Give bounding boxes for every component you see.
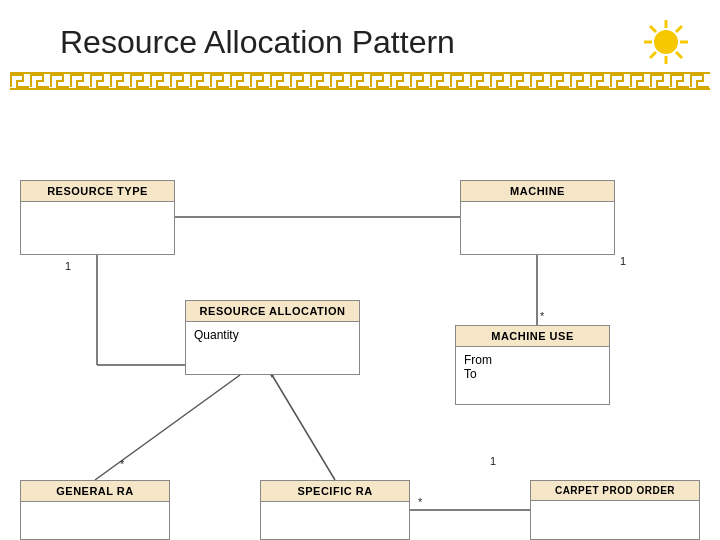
connector-svg [0,100,720,520]
specific-ra-body [261,502,409,539]
box-carpet-prod-order: CARPET PROD ORDER [530,480,700,540]
diagram: 1 1 * 1 * * RESOURCE TYPE MACHINE RESOUR… [0,100,720,520]
svg-line-16 [95,375,240,480]
label-star-specific: * [418,496,422,508]
label-star-machine-use: * [540,310,544,322]
resource-allocation-header: RESOURCE ALLOCATION [186,301,359,322]
svg-rect-10 [10,74,710,88]
machine-header: MACHINE [461,181,614,202]
svg-line-8 [650,52,656,58]
carpet-prod-header: CARPET PROD ORDER [531,481,699,501]
greek-border [10,72,710,90]
box-machine: MACHINE [460,180,615,255]
general-ra-header: GENERAL RA [21,481,169,502]
svg-point-0 [654,30,678,54]
svg-line-5 [650,26,656,32]
label-star-general: * [120,458,124,470]
svg-line-6 [676,52,682,58]
box-specific-ra: SPECIFIC RA [260,480,410,540]
machine-body [461,202,614,254]
page-title: Resource Allocation Pattern [60,24,455,61]
machine-use-header: MACHINE USE [456,326,609,347]
svg-line-17 [272,375,335,480]
label-one-left: 1 [65,260,71,272]
resource-type-body [21,202,174,254]
resource-type-header: RESOURCE TYPE [21,181,174,202]
box-resource-allocation: RESOURCE ALLOCATION Quantity [185,300,360,375]
svg-line-7 [676,26,682,32]
label-one-right: 1 [620,255,626,267]
specific-ra-header: SPECIFIC RA [261,481,409,502]
carpet-prod-body [531,501,699,539]
box-general-ra: GENERAL RA [20,480,170,540]
resource-allocation-body: Quantity [186,322,359,374]
label-one-carpet: 1 [490,455,496,467]
title-area: Resource Allocation Pattern [0,0,720,72]
machine-use-body: FromTo [456,347,609,404]
greek-key-svg [10,74,710,88]
sun-icon [642,18,690,66]
general-ra-body [21,502,169,539]
box-machine-use: MACHINE USE FromTo [455,325,610,405]
box-resource-type: RESOURCE TYPE [20,180,175,255]
